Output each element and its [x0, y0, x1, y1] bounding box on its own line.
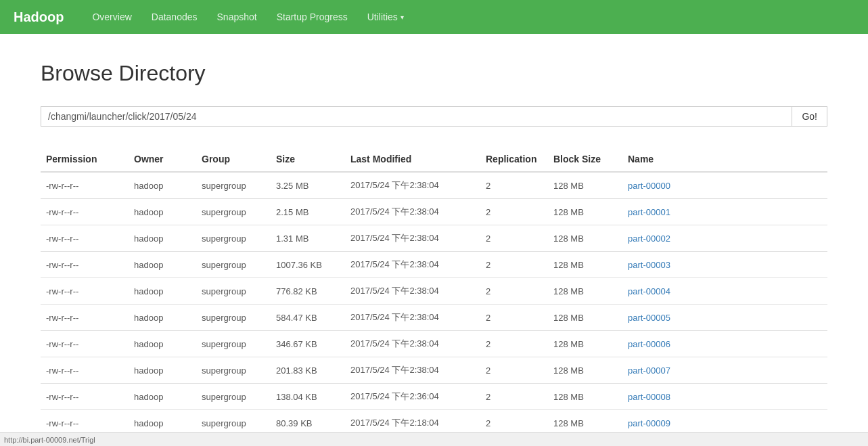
cell-owner: hadoop — [129, 225, 196, 252]
cell-size: 346.67 KB — [271, 331, 345, 357]
cell-size: 138.04 KB — [271, 384, 345, 410]
cell-permission: -rw-r--r-- — [41, 331, 129, 357]
file-link[interactable]: part-00006 — [628, 339, 670, 349]
path-bar: Go! — [41, 106, 827, 127]
cell-modified: 2017/5/24 下午2:38:04 — [345, 225, 480, 252]
cell-replication: 2 — [480, 278, 548, 305]
cell-replication: 2 — [480, 305, 548, 331]
cell-group: supergroup — [196, 172, 271, 199]
cell-permission: -rw-r--r-- — [41, 384, 129, 410]
cell-name: part-00006 — [622, 331, 827, 357]
status-bar-text: http://bi.part-00009.net/Trigl — [4, 436, 95, 444]
cell-owner: hadoop — [129, 384, 196, 410]
file-link[interactable]: part-00003 — [628, 260, 670, 270]
cell-owner: hadoop — [129, 357, 196, 384]
navbar-links: OverviewDatanodesSnapshotStartup Progres… — [84, 7, 411, 26]
navbar-brand[interactable]: Hadoop — [14, 9, 64, 25]
cell-replication: 2 — [480, 252, 548, 278]
cell-modified: 2017/5/24 下午2:38:04 — [345, 305, 480, 331]
cell-group: supergroup — [196, 331, 271, 357]
cell-permission: -rw-r--r-- — [41, 172, 129, 199]
cell-name: part-00008 — [622, 384, 827, 410]
cell-group: supergroup — [196, 225, 271, 252]
navbar-link-datanodes[interactable]: Datanodes — [143, 7, 206, 26]
cell-replication: 2 — [480, 331, 548, 357]
cell-size: 2.15 MB — [271, 199, 345, 225]
cell-size: 201.83 KB — [271, 357, 345, 384]
cell-size: 1.31 MB — [271, 225, 345, 252]
cell-group: supergroup — [196, 305, 271, 331]
table-header: Permission Owner Group Size Last Modifie… — [41, 147, 827, 172]
dropdown-arrow-icon: ▾ — [401, 14, 404, 21]
cell-blocksize: 128 MB — [548, 331, 622, 357]
file-link[interactable]: part-00005 — [628, 313, 670, 323]
cell-permission: -rw-r--r-- — [41, 305, 129, 331]
cell-owner: hadoop — [129, 199, 196, 225]
directory-table: Permission Owner Group Size Last Modifie… — [41, 147, 827, 437]
cell-group: supergroup — [196, 357, 271, 384]
col-header-replication: Replication — [480, 147, 548, 172]
cell-name: part-00005 — [622, 305, 827, 331]
cell-owner: hadoop — [129, 331, 196, 357]
table-row: -rw-r--r--hadoopsupergroup2.15 MB2017/5/… — [41, 199, 827, 225]
cell-modified: 2017/5/24 下午2:36:04 — [345, 384, 480, 410]
cell-group: supergroup — [196, 199, 271, 225]
table-row: -rw-r--r--hadoopsupergroup1.31 MB2017/5/… — [41, 225, 827, 252]
file-link[interactable]: part-00008 — [628, 392, 670, 402]
table-row: -rw-r--r--hadoopsupergroup138.04 KB2017/… — [41, 384, 827, 410]
table-row: -rw-r--r--hadoopsupergroup346.67 KB2017/… — [41, 331, 827, 357]
cell-modified: 2017/5/24 下午2:38:04 — [345, 331, 480, 357]
cell-blocksize: 128 MB — [548, 357, 622, 384]
navbar-link-snapshot[interactable]: Snapshot — [209, 7, 265, 26]
cell-replication: 2 — [480, 384, 548, 410]
table-row: -rw-r--r--hadoopsupergroup584.47 KB2017/… — [41, 305, 827, 331]
cell-modified: 2017/5/24 下午2:38:04 — [345, 357, 480, 384]
table-row: -rw-r--r--hadoopsupergroup3.25 MB2017/5/… — [41, 172, 827, 199]
col-header-modified: Last Modified — [345, 147, 480, 172]
table-row: -rw-r--r--hadoopsupergroup1007.36 KB2017… — [41, 252, 827, 278]
cell-permission: -rw-r--r-- — [41, 357, 129, 384]
cell-replication: 2 — [480, 172, 548, 199]
file-link[interactable]: part-00000 — [628, 181, 670, 191]
cell-modified: 2017/5/24 下午2:38:04 — [345, 278, 480, 305]
cell-permission: -rw-r--r-- — [41, 225, 129, 252]
go-button[interactable]: Go! — [792, 106, 827, 127]
table-row: -rw-r--r--hadoopsupergroup201.83 KB2017/… — [41, 357, 827, 384]
navbar-link-overview[interactable]: Overview — [84, 7, 139, 26]
cell-replication: 2 — [480, 357, 548, 384]
cell-replication: 2 — [480, 199, 548, 225]
cell-blocksize: 128 MB — [548, 199, 622, 225]
cell-blocksize: 128 MB — [548, 225, 622, 252]
cell-size: 3.25 MB — [271, 172, 345, 199]
cell-permission: -rw-r--r-- — [41, 278, 129, 305]
file-link[interactable]: part-00004 — [628, 286, 670, 296]
cell-name: part-00001 — [622, 199, 827, 225]
cell-blocksize: 128 MB — [548, 252, 622, 278]
table-body: -rw-r--r--hadoopsupergroup3.25 MB2017/5/… — [41, 172, 827, 437]
col-header-blocksize: Block Size — [548, 147, 622, 172]
cell-owner: hadoop — [129, 172, 196, 199]
cell-owner: hadoop — [129, 305, 196, 331]
cell-blocksize: 128 MB — [548, 278, 622, 305]
cell-name: part-00003 — [622, 252, 827, 278]
file-link[interactable]: part-00007 — [628, 365, 670, 376]
cell-name: part-00004 — [622, 278, 827, 305]
cell-permission: -rw-r--r-- — [41, 252, 129, 278]
file-link[interactable]: part-00009 — [628, 418, 670, 428]
navbar: Hadoop OverviewDatanodesSnapshotStartup … — [0, 0, 868, 34]
path-input[interactable] — [41, 106, 792, 127]
file-link[interactable]: part-00002 — [628, 233, 670, 244]
cell-owner: hadoop — [129, 252, 196, 278]
navbar-link-utilities[interactable]: Utilities▾ — [359, 7, 412, 26]
navbar-link-startup-progress[interactable]: Startup Progress — [269, 7, 356, 26]
cell-blocksize: 128 MB — [548, 172, 622, 199]
cell-group: supergroup — [196, 278, 271, 305]
cell-group: supergroup — [196, 252, 271, 278]
file-link[interactable]: part-00001 — [628, 207, 670, 217]
col-header-group: Group — [196, 147, 271, 172]
cell-permission: -rw-r--r-- — [41, 199, 129, 225]
cell-name: part-00007 — [622, 357, 827, 384]
cell-blocksize: 128 MB — [548, 305, 622, 331]
cell-modified: 2017/5/24 下午2:38:04 — [345, 252, 480, 278]
status-bar: http://bi.part-00009.net/Trigl — [0, 432, 868, 446]
